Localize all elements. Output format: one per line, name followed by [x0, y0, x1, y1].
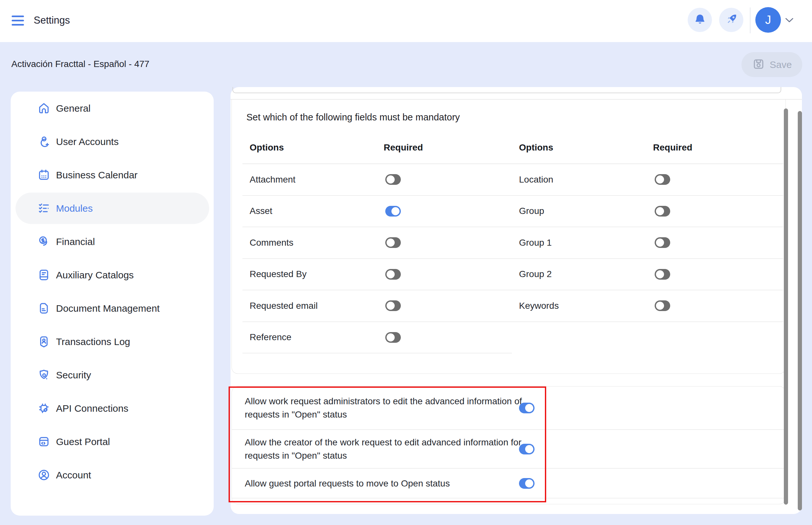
calendar-icon: [37, 168, 50, 182]
required-column-header: Required: [653, 142, 692, 153]
main-panel: Set which of the following fields must b…: [231, 87, 802, 514]
allow-guest-portal-requests-to-move-to-o-toggle[interactable]: [519, 478, 534, 489]
group-required-toggle[interactable]: [655, 206, 670, 216]
sidebar-item-general[interactable]: General: [11, 92, 214, 125]
sidebar-menu: GeneralUser AccountsBusiness CalendarMod…: [11, 92, 214, 515]
sidebar-item-label: Auxiliary Catalogs: [56, 270, 134, 281]
sidebar-item-modules[interactable]: Modules: [11, 192, 214, 225]
location-required-toggle[interactable]: [655, 174, 670, 185]
mandatory-group-1: OptionsRequiredLocationGroupGroup 1Group…: [512, 132, 783, 354]
sidebar-item-label: Financial: [56, 236, 95, 247]
user-add-icon: [37, 135, 50, 148]
sidebar-item-label: Transactions Log: [56, 336, 130, 347]
sidebar-item-label: Security: [56, 370, 91, 381]
table-row-reference: Reference: [242, 322, 512, 354]
field-label: Comments: [250, 238, 293, 248]
toggle-knob: [656, 207, 664, 215]
api-chip-icon: [37, 402, 50, 415]
clipped-field-outline: [233, 87, 781, 93]
field-label: Requested By: [250, 269, 307, 279]
setting-row: Allow guest portal requests to move to O…: [232, 469, 785, 498]
advanced-settings-card: Allow work request administrators to edi…: [232, 386, 786, 504]
toggle-knob: [387, 239, 395, 246]
breadcrumb: Activación Fracttal - Español - 477: [11, 59, 149, 69]
bell-icon: [693, 13, 707, 28]
field-label: Asset: [250, 206, 272, 216]
reference-required-toggle[interactable]: [385, 332, 401, 343]
field-label: Location: [519, 175, 553, 185]
table-row-group: Group: [512, 196, 783, 227]
sidebar-item-security[interactable]: Security: [11, 358, 214, 392]
sidebar-item-document-management[interactable]: Document Management: [11, 291, 214, 325]
home-icon: [37, 102, 50, 115]
shield-icon: [37, 368, 50, 381]
group-2-required-toggle[interactable]: [655, 269, 670, 280]
field-label: Reference: [250, 332, 291, 343]
save-button[interactable]: Save: [741, 52, 802, 77]
sidebar-item-auxiliary-catalogs[interactable]: Auxiliary Catalogs: [11, 258, 214, 291]
toggle-knob: [525, 479, 533, 487]
table-row-requested-by: Requested By: [242, 259, 512, 291]
toggle-knob: [387, 176, 395, 183]
options-column-header: Options: [519, 142, 553, 153]
table-row-group-1: Group 1: [512, 227, 783, 259]
menu-icon[interactable]: [12, 16, 24, 26]
toggle-knob: [656, 176, 664, 183]
mandatory-fields-card: Set which of the following fields must b…: [232, 99, 786, 374]
sidebar-item-transactions-log[interactable]: Transactions Log: [11, 325, 214, 358]
table-row-attachment: Attachment: [242, 164, 512, 196]
rocket-icon: [725, 13, 738, 28]
account-icon: [37, 468, 50, 482]
sidebar-item-user-accounts[interactable]: User Accounts: [11, 125, 214, 158]
toggle-knob: [525, 445, 533, 453]
field-label: Group 1: [519, 238, 552, 248]
mandatory-group-0: OptionsRequiredAttachmentAssetCommentsRe…: [242, 132, 512, 354]
toolbar: Activación Fracttal - Español - 477 Save: [0, 42, 812, 87]
table-row-keywords: Keywords: [512, 290, 783, 322]
attachment-required-toggle[interactable]: [385, 174, 401, 185]
setting-label: Allow the creator of the work request to…: [245, 436, 530, 462]
asset-required-toggle[interactable]: [385, 206, 401, 216]
sidebar-item-label: Document Management: [56, 303, 160, 314]
notifications-button[interactable]: [688, 8, 712, 32]
requested-email-required-toggle[interactable]: [385, 300, 401, 311]
avatar[interactable]: J: [755, 7, 781, 33]
transactions-icon: [37, 335, 50, 348]
comments-required-toggle[interactable]: [385, 237, 401, 248]
group-1-required-toggle[interactable]: [655, 237, 670, 248]
document-icon: [37, 302, 50, 315]
toggle-knob: [656, 239, 664, 246]
guest-portal-icon: [37, 435, 50, 448]
toggle-knob: [525, 404, 533, 412]
sidebar-item-guest-portal[interactable]: Guest Portal: [11, 425, 214, 458]
inner-scrollbar[interactable]: [784, 108, 788, 505]
field-label: Attachment: [250, 175, 296, 185]
field-label: Requested email: [250, 301, 318, 311]
setting-label: Allow guest portal requests to move to O…: [245, 477, 450, 490]
allow-the-creator-of-the-work-request-to-toggle[interactable]: [519, 444, 534, 454]
outer-scrollbar[interactable]: [798, 111, 802, 510]
sidebar-item-label: Business Calendar: [56, 170, 137, 181]
keywords-required-toggle[interactable]: [655, 300, 670, 311]
requested-by-required-toggle[interactable]: [385, 269, 401, 280]
sidebar-item-account[interactable]: Account: [11, 458, 214, 492]
checklist-icon: [37, 202, 50, 215]
options-column-header: Options: [250, 142, 284, 153]
sidebar-item-financial[interactable]: Financial: [11, 225, 214, 258]
chevron-down-icon[interactable]: [785, 17, 794, 24]
table-row-requested-email: Requested email: [242, 290, 512, 322]
catalog-icon: [37, 268, 50, 282]
sidebar-item-label: Guest Portal: [56, 436, 110, 447]
whats-new-button[interactable]: [719, 8, 743, 32]
toggle-knob: [387, 333, 395, 342]
sidebar-item-business-calendar[interactable]: Business Calendar: [11, 158, 214, 192]
setting-row: Allow the creator of the work request to…: [232, 430, 785, 469]
mandatory-fields-title: Set which of the following fields must b…: [246, 112, 460, 123]
dollar-coin-icon: [37, 235, 50, 248]
setting-row: Allow work request administrators to edi…: [232, 387, 785, 430]
table-row-asset: Asset: [242, 196, 512, 227]
toggle-knob: [656, 302, 664, 310]
toggle-knob: [392, 207, 400, 215]
sidebar-item-api-connections[interactable]: API Connections: [11, 392, 214, 425]
allow-work-request-administrators-to-edi-toggle[interactable]: [519, 403, 534, 413]
